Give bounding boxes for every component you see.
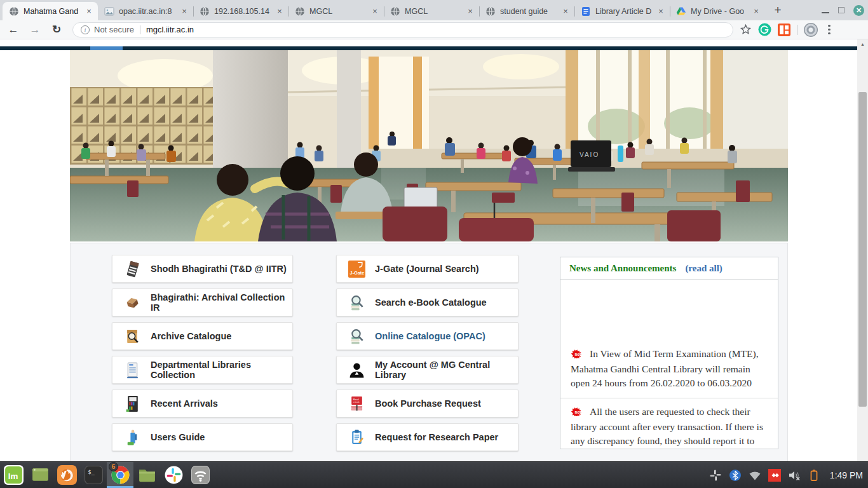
taskbar-app-chrome[interactable]: 6 [107,462,133,488]
foxit-icon[interactable] [768,469,781,482]
svg-text:J-Gate: J-Gate [350,270,365,276]
taskbar-clock[interactable]: 1:49 PM [830,470,863,480]
new-badge-icon: new [571,348,588,362]
quick-link-request-for-research-paper[interactable]: Request for Research Paper [336,423,519,451]
taskbar-app-firefox[interactable] [53,462,80,488]
quick-link-shodh-bhagirathi-t-d-iitr[interactable]: Shodh Bhagirathi (T&D @ IITR) [112,255,293,283]
network-manager-icon [191,465,210,485]
shelf-icon [124,362,141,379]
taskbar-app-show-desktop[interactable] [27,462,53,488]
mint-menu-icon: lm [4,465,24,485]
reload-button[interactable]: ↻ [48,22,65,38]
slack-tray-icon[interactable] [709,469,722,482]
scrollbar-up-arrow[interactable]: ▲ [857,39,868,48]
tab-close-icon[interactable]: × [370,6,380,17]
bookmark-star-icon[interactable] [740,24,752,36]
restore-button[interactable] [838,7,844,13]
wifi-signal-icon[interactable] [749,469,761,482]
tab-close-icon[interactable]: × [275,6,285,17]
taskbar-app-mint-menu[interactable]: lm [0,462,27,488]
quick-link-my-account-mg-central-library[interactable]: My Account @ MG Central Library [336,356,519,384]
browser-tab-my-drive-goo[interactable]: My Drive - Goo × [670,2,765,20]
browser-tab-192-168-105-14[interactable]: 192.168.105.14 × [193,2,288,20]
new-tab-button[interactable]: + [769,2,787,20]
minimize-button[interactable] [822,12,829,13]
quick-link-archive-catalogue[interactable]: Archive Catalogue [112,322,293,350]
quick-link-label: Search e-Book Catalogue [375,297,487,308]
tab-close-icon[interactable]: × [179,6,189,17]
bluetooth-icon[interactable] [729,469,742,482]
jgate-icon: J-Gate [348,261,365,278]
quick-link-recent-arrivals[interactable]: Recent Arrivals [112,390,293,417]
show-desktop-icon [31,465,50,485]
tab-close-icon[interactable]: × [560,6,571,17]
info-icon[interactable]: i [81,25,90,34]
quick-link-label: Archive Catalogue [151,331,231,341]
quick-link-departmental-libraries-collection[interactable]: Departmental Libraries Collection [112,356,293,384]
drive-favicon [676,6,686,17]
quick-link-label: Bhagirathi: Archival Collection IR [151,292,292,313]
address-bar[interactable]: i Not secure mgcl.iitr.ac.in [72,22,733,37]
svg-text:a book: a book [353,400,360,403]
svg-text:new: new [574,410,583,414]
guide-kiosk-icon [124,429,141,446]
quick-link-bhagirathi-archival-collection-ir[interactable]: Bhagirathi: Archival Collection IR [112,288,293,316]
quick-link-label: Departmental Libraries Collection [151,360,292,380]
taskbar-app-slack[interactable] [160,462,187,488]
back-button[interactable]: ← [5,22,22,38]
page-scrollbar[interactable]: ▲ [857,39,868,461]
scrollbar-thumb[interactable] [858,92,867,407]
chrome-window-count-badge: 6 [109,462,118,471]
orange-grid-extension-icon[interactable] [778,24,790,36]
forward-button[interactable]: → [27,22,43,38]
tab-close-icon[interactable]: × [84,6,94,17]
quick-link-users-guide[interactable]: Users Guide [112,423,293,451]
battery-icon[interactable] [808,469,820,482]
tab-close-icon[interactable]: × [465,6,475,17]
svg-text:lm: lm [8,471,18,481]
quick-link-book-purchase-request[interactable]: Reada book Book Purchase Request [336,390,519,417]
quick-link-j-gate-journal-search[interactable]: J-Gate J-Gate (Journal Search) [336,255,519,283]
browser-tab-mgcl[interactable]: MGCL × [384,2,479,20]
url-text: mgcl.iitr.ac.in [146,25,194,34]
volume-muted-icon[interactable] [788,469,801,482]
profile-avatar[interactable] [804,23,818,37]
browser-tab-library-article-d[interactable]: Library Article D × [574,2,670,20]
read-all-link[interactable]: (read all) [685,263,722,274]
browser-tab-mahatma-gand[interactable]: Mahatma Gand × [3,2,98,20]
image-favicon [104,6,114,17]
globe-favicon [390,6,400,17]
quick-link-search-e-book-catalogue[interactable]: Search e-Book Catalogue [336,288,519,316]
news-title: News and Announcements [569,263,676,274]
browser-tab-mgcl[interactable]: MGCL × [288,2,384,20]
search-books-icon [348,328,365,345]
globe-favicon [9,6,19,17]
search-books-icon [348,294,365,311]
slack-icon [164,465,184,485]
svg-text:VAIO: VAIO [580,151,599,158]
grammarly-extension-icon[interactable] [758,23,771,36]
svg-text:$_: $_ [88,469,95,475]
browser-menu-icon[interactable] [824,25,834,35]
tab-close-icon[interactable]: × [751,6,761,17]
new-books-icon [124,395,141,412]
quick-links-panel: Shodh Bhagirathi (T&D @ IITR) Bhagirathi… [70,243,788,461]
taskbar-app-terminal[interactable]: $_ [80,462,107,488]
news-item: new All the users are requested to check… [560,398,778,449]
window-controls: ✕ [822,0,864,20]
close-window-button[interactable]: ✕ [853,5,864,16]
new-badge-icon: new [571,406,588,420]
taskbar-app-network-manager[interactable] [187,462,214,488]
quick-link-label: Shodh Bhagirathi (T&D @ IITR) [151,264,287,274]
news-text: In View of Mid Term Examination (MTE), M… [571,348,759,388]
system-tray: 1:49 PM [709,462,863,488]
tab-close-icon[interactable]: × [656,6,666,17]
quick-link-online-catalogue-opac[interactable]: Online Catalogue (OPAC) [336,322,519,350]
taskbar-app-file-manager[interactable] [133,462,160,488]
svg-text:new: new [574,352,583,356]
globe-favicon [485,6,496,17]
firefox-icon [57,465,77,485]
browser-tab-opac-iitr-ac-in-8[interactable]: opac.iitr.ac.in:8 × [98,2,193,20]
browser-tab-student-guide[interactable]: student guide × [479,2,574,20]
terminal-icon: $_ [84,465,104,485]
